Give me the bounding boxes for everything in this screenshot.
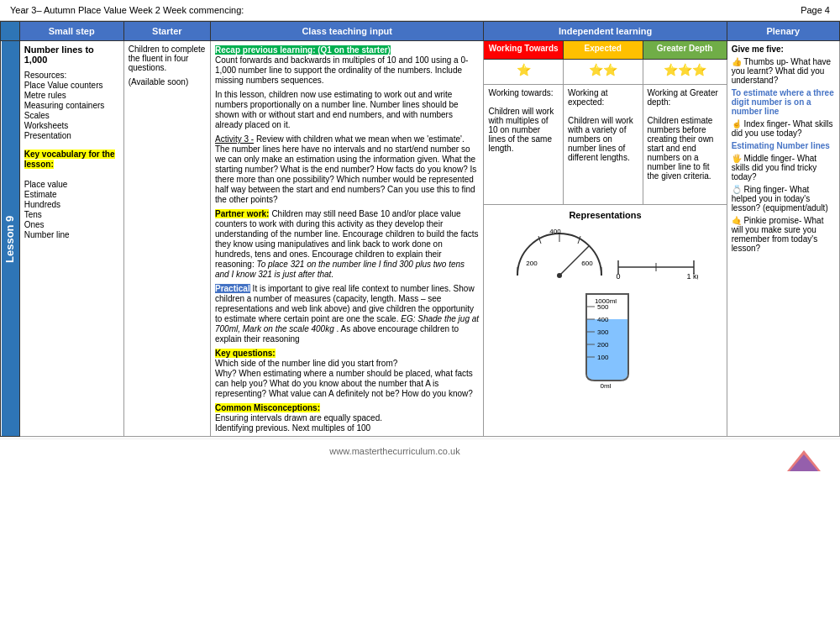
svg-text:400: 400 <box>597 316 609 323</box>
wt-stars: ⭐ <box>484 59 564 84</box>
exp-stars: ⭐⭐ <box>563 59 643 84</box>
vocab-6: Number line <box>24 230 70 239</box>
col-plenary: Plenary <box>727 22 839 41</box>
vocab-5: Ones <box>24 220 45 229</box>
plenary-ring: 💍 Ring finger- What helped you in today'… <box>732 185 835 213</box>
practical-label: Practical <box>215 284 250 293</box>
footer-url: www.masterthecurriculum.co.uk <box>329 446 459 456</box>
plenary-middle: 🖐 Middle finger- What skills did you fin… <box>732 154 835 181</box>
resource-4: Scales <box>24 111 50 120</box>
activity-text: Activity 3 - Review with children what w… <box>215 134 476 204</box>
plenary-blue1: To estimate where a three digit number i… <box>732 88 835 116</box>
practical-body: It is important to give real life contex… <box>215 284 479 344</box>
col-teaching: Class teaching input <box>210 22 483 41</box>
svg-text:300: 300 <box>597 328 609 336</box>
teaching-cell: Recap previous learning: (Q1 on the star… <box>210 41 483 437</box>
expected-header: Expected <box>563 41 643 60</box>
resource-2: Metre rules <box>24 91 66 100</box>
partner-label: Partner work: <box>215 209 269 218</box>
plenary-blue2: Estimating Number lines <box>732 141 835 150</box>
vocab-2: Estimate <box>24 190 57 199</box>
recap-body: Count forwards and backwards in multiple… <box>215 55 468 85</box>
semicircle-scale: 200 400 600 <box>513 225 606 281</box>
page-footer: www.masterthecurriculum.co.uk Master The… <box>0 438 840 463</box>
svg-text:100: 100 <box>597 354 609 361</box>
greater-depth-header: Greater Depth <box>643 41 727 60</box>
small-step-cell: Number lines to 1,000 Resources: Place V… <box>19 41 123 437</box>
measuring-jug: 500 400 300 200 100 1000ml <box>574 290 637 392</box>
resource-5: Worksheets <box>24 121 69 130</box>
starter-available: (Available soon) <box>129 77 206 87</box>
resource-6: Presentation <box>24 131 71 140</box>
gd-stars: ⭐⭐⭐ <box>643 59 727 84</box>
misconception-1: Ensuring intervals drawn are equally spa… <box>215 413 382 433</box>
page-header: Year 3– Autumn Place Value Week 2 Week c… <box>0 0 840 21</box>
vocab-3: Hundreds <box>24 200 60 209</box>
misconceptions-label: Common Misconceptions: <box>215 403 320 412</box>
wt-desc: Working towards: Children will work with… <box>484 84 564 204</box>
partner-body: Children may still need Base 10 and/or p… <box>215 209 479 279</box>
resource-3: Measuring containers <box>24 101 105 110</box>
lesson-number-cell: Lesson 9 <box>1 41 20 437</box>
svg-text:200: 200 <box>526 260 538 267</box>
exp-desc: Working at expected: Children will work … <box>563 84 643 204</box>
representations-cell: Representations <box>484 204 727 436</box>
svg-text:200: 200 <box>597 341 609 349</box>
vocab-1: Place value <box>24 180 68 189</box>
col-independent: Independent learning <box>484 22 727 41</box>
working-towards-header: Working Towards <box>484 41 564 60</box>
svg-text:0: 0 <box>616 272 620 280</box>
small-step-title: Number lines to 1,000 <box>24 45 119 65</box>
plenary-intro: Give me five: <box>732 45 835 54</box>
representations-label: Representations <box>489 210 721 220</box>
page-number: Page 4 <box>801 5 830 15</box>
vocab-4: Tens <box>24 210 42 219</box>
teaching-para2: In this lesson, children now use estimat… <box>215 90 459 129</box>
plenary-pinkie: 🤙 Pinkie promise- What will you make sur… <box>732 216 835 253</box>
vocab-label: Key vocabulary for the lesson: <box>24 150 115 169</box>
key-q1: Which side of the number line did you st… <box>215 359 473 398</box>
svg-text:1 kg: 1 kg <box>686 272 698 280</box>
logo-area: Master The Curriculum <box>783 446 825 477</box>
key-questions-label: Key questions: <box>215 349 276 358</box>
plenary-index: ☝ Index finger- What skills did you use … <box>732 119 835 138</box>
starter-cell: Children to complete the fluent in four … <box>123 41 210 437</box>
plenary-cell: Give me five: 👍 Thumbs up- What have you… <box>727 41 839 437</box>
gd-desc: Working at Greater depth: Children estim… <box>643 84 727 204</box>
svg-text:600: 600 <box>581 260 593 267</box>
resources-label: Resources: <box>24 71 67 80</box>
svg-text:1000ml: 1000ml <box>595 297 617 305</box>
svg-text:0ml: 0ml <box>601 382 612 390</box>
svg-text:400: 400 <box>549 228 561 235</box>
plenary-thumb: 👍 Thumbs up- What have you learnt? What … <box>732 57 835 85</box>
numberline-scale: 0 1 kg <box>614 250 698 281</box>
page-title: Year 3– Autumn Place Value Week 2 Week c… <box>10 5 244 15</box>
starter-main: Children to complete the fluent in four … <box>129 45 206 72</box>
resource-1: Place Value counters <box>24 81 103 90</box>
col-starter: Starter <box>123 22 210 41</box>
recap-label: Recap previous learning: (Q1 on the star… <box>215 45 391 55</box>
col-small-step: Small step <box>19 22 123 41</box>
